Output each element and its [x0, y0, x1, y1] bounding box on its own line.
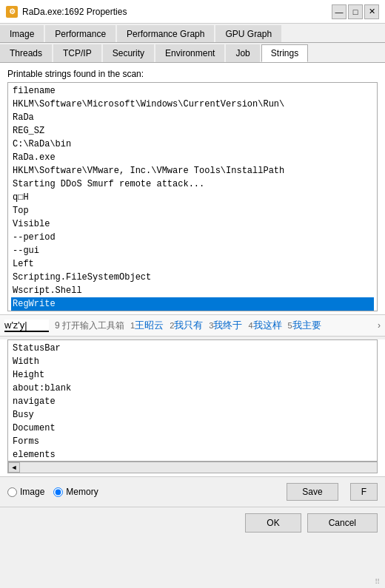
string-item[interactable]: q□H	[11, 191, 374, 204]
ime-hint: 9 打开输入工具箱	[55, 320, 124, 332]
radio-group: Image Memory	[7, 487, 98, 497]
tab-security[interactable]: Security	[103, 44, 154, 62]
tab-tcpip[interactable]: TCP/IP	[53, 44, 101, 62]
ime-more-arrow[interactable]: ›	[378, 320, 381, 331]
string-list-lower-content[interactable]: StatusBarWidthHeightabout:blanknavigateB…	[8, 340, 377, 461]
main-content: Printable strings found in the scan: fil…	[0, 63, 385, 314]
string-item[interactable]: RaDa	[11, 111, 374, 124]
string-item[interactable]: Visible	[11, 217, 374, 231]
string-list-upper[interactable]: filenameHKLM\Software\Microsoft\Windows\…	[7, 82, 378, 311]
string-item[interactable]: Width	[11, 355, 374, 368]
tab-gpu-graph[interactable]: GPU Graph	[215, 25, 281, 42]
ime-candidate[interactable]: 3我终于	[209, 319, 242, 332]
string-item[interactable]: HKLM\Software\Microsoft\Windows\CurrentV…	[11, 98, 374, 111]
save-button[interactable]: Save	[287, 483, 338, 501]
section-label: Printable strings found in the scan:	[7, 69, 378, 79]
string-item[interactable]: HKLM\Software\VMware, Inc.\VMware Tools\…	[11, 164, 374, 178]
string-item[interactable]: about:blank	[11, 382, 374, 395]
string-item[interactable]: Document	[11, 422, 374, 435]
string-item[interactable]: RaDa.exe	[11, 151, 374, 164]
app-icon: ⚙	[6, 6, 18, 18]
ok-button[interactable]: OK	[245, 513, 301, 533]
string-item[interactable]: Starting DDoS Smurf remote attack...	[11, 178, 374, 191]
bottom-row: OK Cancel ⠿	[0, 507, 385, 538]
string-item[interactable]: elements	[11, 448, 374, 461]
ime-candidate[interactable]: 1王昭云	[130, 319, 164, 332]
string-item[interactable]: --period	[11, 231, 374, 244]
lower-content: StatusBarWidthHeightabout:blanknavigateB…	[0, 339, 385, 476]
tab-performance[interactable]: Performance	[45, 25, 116, 42]
string-item[interactable]: StatusBar	[11, 342, 374, 355]
radio-image-text: Image	[20, 487, 44, 497]
horizontal-scrollbar[interactable]: ◄	[7, 462, 378, 473]
string-item[interactable]: Height	[11, 368, 374, 382]
tab-threads[interactable]: Threads	[0, 44, 52, 62]
ime-candidate[interactable]: 5我主要	[288, 319, 321, 332]
options-row: Image Memory Save F	[0, 476, 385, 507]
tab-environment[interactable]: Environment	[155, 44, 224, 62]
ime-candidate[interactable]: 4我这样	[248, 319, 281, 332]
radio-memory[interactable]	[53, 487, 63, 497]
cancel-button[interactable]: Cancel	[307, 513, 378, 533]
window-controls: — □ ✕	[332, 4, 379, 19]
string-item[interactable]: Top	[11, 204, 374, 217]
string-item[interactable]: Left	[11, 257, 374, 271]
tab-strings[interactable]: Strings	[261, 44, 308, 62]
string-item[interactable]: Wscript.Shell	[11, 284, 374, 297]
title-bar: ⚙ RaDa.exe:1692 Properties — □ ✕	[0, 0, 385, 24]
radio-image[interactable]	[7, 487, 17, 497]
tab-row-2: Threads TCP/IP Security Environment Job …	[0, 43, 385, 63]
radio-image-label[interactable]: Image	[7, 487, 44, 497]
string-list-lower[interactable]: StatusBarWidthHeightabout:blanknavigateB…	[7, 339, 378, 462]
minimize-button[interactable]: —	[332, 4, 346, 19]
hscroll-track[interactable]	[20, 462, 377, 473]
ime-candidates: 1王昭云2我只有3我终于4我这样5我主要	[130, 319, 321, 332]
radio-memory-label[interactable]: Memory	[53, 487, 98, 497]
string-list-upper-content[interactable]: filenameHKLM\Software\Microsoft\Windows\…	[8, 83, 377, 311]
hscroll-left-arrow[interactable]: ◄	[8, 462, 20, 473]
string-item[interactable]: --gui	[11, 244, 374, 257]
string-item[interactable]: Scripting.FileSystemObject	[11, 271, 374, 284]
string-item[interactable]: filename	[11, 84, 374, 98]
string-item[interactable]: RegWrite	[11, 297, 374, 311]
maximize-button[interactable]: □	[348, 4, 363, 19]
ime-candidate[interactable]: 2我只有	[170, 319, 203, 332]
string-item[interactable]: Forms	[11, 435, 374, 448]
close-button[interactable]: ✕	[364, 4, 379, 19]
string-item[interactable]: REG_SZ	[11, 124, 374, 138]
ime-input[interactable]	[4, 320, 49, 332]
ime-bar: 9 打开输入工具箱 1王昭云2我只有3我终于4我这样5我主要 ›	[0, 314, 385, 337]
string-item[interactable]: navigate	[11, 395, 374, 408]
resize-grip[interactable]: ⠿	[375, 578, 384, 587]
title-bar-left: ⚙ RaDa.exe:1692 Properties	[6, 6, 127, 18]
tab-row-1: Image Performance Performance Graph GPU …	[0, 24, 385, 43]
f-button[interactable]: F	[350, 483, 378, 501]
tab-performance-graph[interactable]: Performance Graph	[117, 25, 214, 42]
tab-job[interactable]: Job	[226, 44, 259, 62]
string-item[interactable]: Busy	[11, 408, 374, 422]
window-title: RaDa.exe:1692 Properties	[22, 7, 127, 17]
tab-image[interactable]: Image	[0, 25, 44, 42]
string-item[interactable]: C:\RaDa\bin	[11, 138, 374, 151]
radio-memory-text: Memory	[66, 487, 98, 497]
